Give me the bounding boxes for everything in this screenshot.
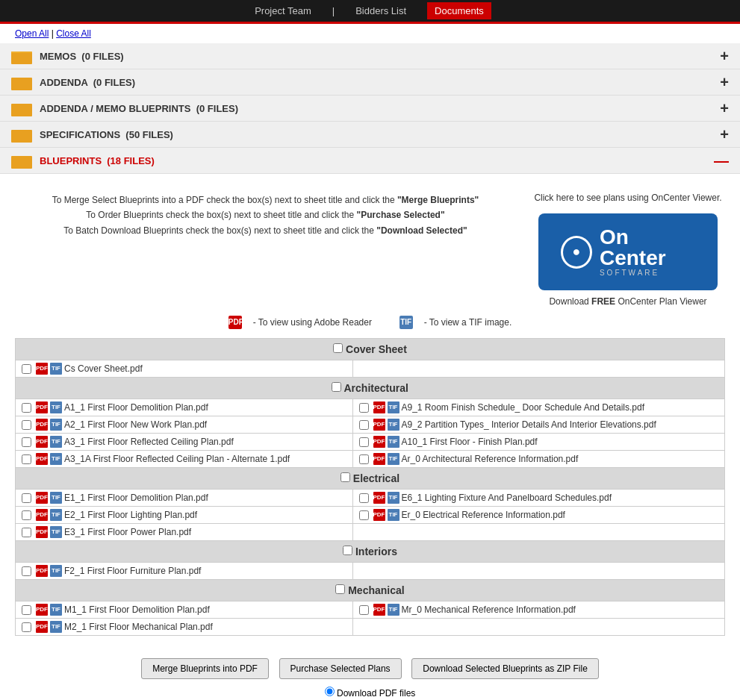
folder-blueprints-label: BLUEPRINTS (18 FILES) (40, 155, 714, 166)
tif-icon: TIF (50, 436, 62, 448)
file-f2-name[interactable]: F2_1 First Floor Furniture Plan.pdf (64, 566, 201, 576)
purchase-label: "Purchase Selected" (357, 210, 445, 220)
arch-left-4: PDFTIFA3_1A First Floor Reflected Ceilin… (16, 451, 353, 468)
file-check-m2[interactable] (22, 622, 31, 632)
folder-addenda-label: ADDENDA (0 FILES) (40, 77, 720, 88)
pdf-icon: PDF (36, 363, 48, 375)
folder-addenda-memo[interactable]: ADDENDA / MEMO BLUEPRINTS (0 FILES) + (0, 96, 740, 122)
elec-right-2: PDFTIFEr_0 Electrical Reference Informat… (352, 507, 725, 524)
file-check-a3[interactable] (22, 437, 31, 447)
pdf-icon: PDF (373, 401, 385, 413)
pdf-icon: PDF (36, 492, 48, 504)
file-a3-1a-name[interactable]: A3_1A First Floor Reflected Ceiling Plan… (64, 454, 290, 464)
file-check-ar0[interactable] (359, 454, 369, 464)
table-row: PDFTIFE2_1 First Floor Lighting Plan.pdf… (16, 507, 725, 524)
folder-addenda-memo-toggle[interactable]: + (720, 101, 729, 116)
file-check-mr0[interactable] (359, 605, 369, 615)
tif-icon: TIF (50, 363, 62, 375)
cover-sheet-header: Cover Sheet (16, 339, 725, 360)
svg-rect-11 (11, 157, 32, 168)
file-check-e6[interactable] (359, 493, 369, 503)
file-a3-name[interactable]: A3_1 First Floor Reflected Ceiling Plan.… (64, 437, 234, 447)
folder-addenda-toggle[interactable]: + (720, 75, 729, 90)
folder-blueprints[interactable]: BLUEPRINTS (18 FILES) — (0, 148, 740, 174)
folder-blueprints-toggle[interactable]: — (714, 153, 729, 168)
elec-left-3: PDFTIFE3_1 First Floor Power Plan.pdf (16, 524, 353, 541)
oncenter-download-link[interactable]: Download FREE OnCenter Plan Viewer (531, 296, 725, 307)
tif-icon: TIF (50, 526, 62, 538)
architectural-select-all[interactable] (332, 382, 341, 392)
file-name-cs-cover[interactable]: Cs Cover Sheet.pdf (64, 363, 143, 374)
open-all-link[interactable]: Open All (15, 28, 49, 39)
file-check-er0[interactable] (359, 510, 369, 520)
arch-right-1: PDFTIFA9_1 Room Finish Schedule_ Door Sc… (352, 399, 725, 416)
nav-project-team[interactable]: Project Team (249, 2, 317, 19)
file-e6-name[interactable]: E6_1 Lighting Fixture And Panelboard Sch… (402, 493, 612, 503)
file-e2-name[interactable]: E2_1 First Floor Lighting Plan.pdf (64, 510, 197, 520)
file-check-e3[interactable] (22, 528, 31, 537)
file-check-m1[interactable] (22, 605, 31, 615)
bottom-actions: Merge Blueprints into PDF Purchase Selec… (15, 647, 725, 700)
electrical-select-all[interactable] (341, 472, 350, 482)
file-check-a9-2[interactable] (359, 420, 369, 430)
pdf-icon: PDF (36, 604, 48, 616)
file-check-a10[interactable] (359, 437, 369, 447)
file-m1-name[interactable]: M1_1 First Floor Demolition Plan.pdf (64, 604, 210, 615)
file-a9-1-name[interactable]: A9_1 Room Finish Schedule_ Door Schedule… (402, 402, 645, 413)
file-er0-name[interactable]: Er_0 Electrical Reference Information.pd… (402, 510, 565, 520)
files-table: Cover Sheet PDF TIF Cs Cover Sheet.pdf A… (15, 338, 725, 636)
folder-specifications-toggle[interactable]: + (720, 127, 729, 142)
oncenter-panel: Click here to see plans using OnCenter V… (531, 193, 725, 307)
interiors-select-all[interactable] (343, 546, 352, 555)
pdf-icon: PDF (36, 401, 48, 413)
download-pdf-option[interactable]: Download PDF files (26, 687, 714, 699)
tif-icon: TIF (388, 453, 399, 465)
electrical-header: Electrical (16, 468, 725, 490)
file-check-a3-1a[interactable] (22, 454, 31, 464)
download-label: "Download Selected" (376, 225, 467, 236)
folder-specifications[interactable]: SPECIFICATIONS (50 FILES) + (0, 122, 740, 148)
tif-icon: TIF (388, 419, 399, 431)
file-mr0-name[interactable]: Mr_0 Mechanical Reference Information.pd… (402, 604, 576, 615)
pdf-icon: PDF (373, 492, 385, 504)
svg-rect-9 (11, 131, 32, 142)
folder-addenda[interactable]: ADDENDA (0 FILES) + (0, 69, 740, 96)
file-check-e1[interactable] (22, 493, 31, 503)
tif-icon: TIF (388, 509, 399, 521)
oncenter-button[interactable]: ● On Center SOFTWARE (538, 213, 718, 290)
tif-icon: TIF (50, 492, 62, 504)
merge-blueprints-button[interactable]: Merge Blueprints into PDF (141, 658, 269, 679)
folder-memos[interactable]: MEMOS (0 FILES) + (0, 43, 740, 69)
section-architectural: Architectural (16, 378, 725, 399)
file-check-e2[interactable] (22, 510, 31, 520)
file-e1-name[interactable]: E1_1 First Floor Demolition Plan.pdf (64, 493, 208, 503)
close-all-link[interactable]: Close All (56, 28, 91, 39)
arch-left-3: PDFTIFA3_1 First Floor Reflected Ceiling… (16, 434, 353, 451)
cover-sheet-select-all[interactable] (333, 343, 343, 353)
tif-icon: TIF (388, 401, 399, 413)
blueprints-section: To Merge Select Blueprints into a PDF ch… (0, 174, 740, 700)
mechanical-select-all[interactable] (335, 584, 345, 594)
file-e3-name[interactable]: E3_1 First Floor Power Plan.pdf (64, 527, 191, 537)
file-ar0-name[interactable]: Ar_0 Architectural Reference Information… (402, 454, 579, 464)
file-a10-name[interactable]: A10_1 First Floor - Finish Plan.pdf (402, 437, 538, 447)
file-check-a1[interactable] (22, 403, 31, 413)
folder-memos-toggle[interactable]: + (720, 49, 729, 63)
file-check-a9-1[interactable] (359, 403, 369, 413)
file-check-a2[interactable] (22, 420, 31, 430)
nav-documents[interactable]: Documents (427, 2, 491, 19)
download-zip-button[interactable]: Download Selected Blueprints as ZIP File (411, 658, 599, 679)
file-a1-name[interactable]: A1_1 First Floor Demolition Plan.pdf (64, 402, 208, 413)
purchase-selected-button[interactable]: Purchase Selected Plans (279, 658, 402, 679)
file-m2-name[interactable]: M2_1 First Floor Mechanical Plan.pdf (64, 622, 213, 632)
file-a2-name[interactable]: A2_1 First Floor New Work Plan.pdf (64, 419, 207, 430)
nav-bidders-list[interactable]: Bidders List (349, 2, 412, 19)
file-a9-2-name[interactable]: A9_2 Partition Types_ Interior Details A… (402, 419, 656, 430)
file-check-cs-cover[interactable] (22, 364, 31, 374)
elec-right-3 (352, 524, 725, 541)
pdf-icon: PDF (373, 604, 385, 616)
pdf-icon: PDF (36, 621, 48, 633)
file-check-f2[interactable] (22, 566, 31, 576)
tif-icon: TIF (388, 492, 399, 504)
download-pdf-radio[interactable] (325, 687, 335, 696)
